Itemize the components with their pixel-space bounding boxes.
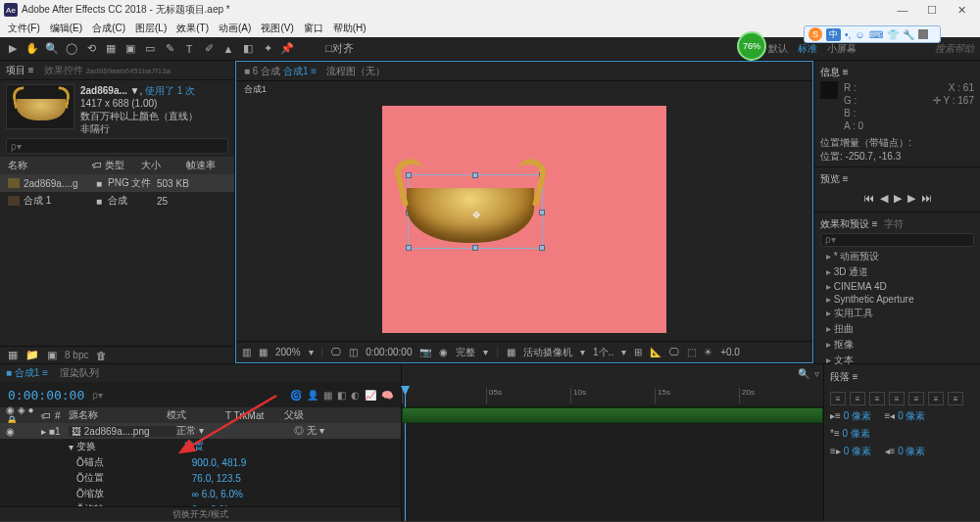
shy-icon[interactable]: 👤 [307,390,318,401]
tab-flowchart[interactable]: 流程图（无） [326,65,385,78]
pan-behind-icon[interactable]: ▣ [123,42,137,56]
menu-help[interactable]: 帮助(H) [329,22,370,35]
layout-small[interactable]: 小屏幕 [827,42,857,56]
timeline-search[interactable]: ρ▾ [92,390,103,401]
handle-icon[interactable] [472,172,478,178]
viewport[interactable]: ✥ [236,97,812,341]
transform-group[interactable]: ▾ 变换 重置 [0,439,401,454]
zoom-in-icon[interactable]: 🔍 [798,368,809,379]
safe-icon[interactable]: 🖵 [669,347,679,357]
pen-tool-icon[interactable]: ✎ [163,42,176,56]
tab-effect-controls[interactable]: 效果控件 2ad869aeb6451ba7f13a [44,64,172,77]
zoom-tool-icon[interactable]: 🔍 [45,42,59,56]
col-fps[interactable]: 帧速率 [186,159,216,172]
selection-tool-icon[interactable]: ▶ [6,42,20,56]
camera-tool-icon[interactable]: ▦ [104,42,118,56]
timeline-tracks[interactable]: 🔍 ▿ 05s 10s 15s 20s [402,364,823,522]
brush-tool-icon[interactable]: ✐ [202,42,216,56]
play-icon[interactable]: ▶ [894,192,902,205]
trash-icon[interactable]: 🗑 [94,349,108,362]
layer-track[interactable] [402,407,823,423]
show-snapshot-icon[interactable]: ◉ [439,347,448,357]
minimize-button[interactable]: — [888,4,917,16]
layout-default[interactable]: 默认 [768,42,788,56]
prev-frame-icon[interactable]: ◀ [880,192,888,205]
roto-tool-icon[interactable]: ✦ [261,42,274,56]
effect-category[interactable]: 实用工具 [826,306,968,321]
ime-min-icon[interactable] [918,29,928,39]
zoom-dropdown[interactable]: 200% [275,347,301,357]
view-layout-icon[interactable]: ▦ [507,347,515,357]
ime-toolbar[interactable]: S 中 •, ☺ ⌨ 👕 🔧 [804,25,941,43]
frame-blend-icon[interactable]: ◧ [337,390,346,401]
menu-window[interactable]: 窗口 [300,22,327,35]
type-tool-icon[interactable]: T [182,42,196,56]
camera-dropdown[interactable]: 活动摄像机 [523,346,572,359]
tab-preview[interactable]: 预览 ≡ [820,172,849,186]
brain-icon[interactable]: 🧠 [381,390,393,401]
channel-icon[interactable]: ◫ [349,347,358,357]
bpc-toggle[interactable]: 8 bpc [65,350,88,360]
align-left-icon[interactable]: ≡ [830,392,846,405]
quality-dropdown[interactable]: 完整 [456,346,475,359]
project-item[interactable]: 2ad869a....g ■ PNG 文件 503 KB [0,174,234,192]
comp-breadcrumb[interactable]: 合成1 [244,83,267,96]
comp-marker-icon[interactable]: ▿ [814,368,819,379]
time-display[interactable]: 0:00:00:00 [366,347,412,357]
ime-emoji-icon[interactable]: ☺ [855,29,864,40]
tab-layer-controls[interactable]: ■ 6 合成 合成1 ≡ [244,65,317,78]
rotate-tool-icon[interactable]: ⟲ [84,42,98,56]
justify-all-icon[interactable]: ≡ [948,392,963,405]
draft3d-icon[interactable]: ▦ [323,390,332,401]
effects-search-input[interactable]: ρ▾ [820,233,974,247]
tab-paragraph[interactable]: 段落 ≡ [830,368,974,390]
exposure-icon[interactable]: ☀ [704,347,712,357]
effect-category[interactable]: 扭曲 [826,321,968,337]
3d-icon[interactable]: ⬚ [687,347,696,357]
align-right-icon[interactable]: ≡ [869,392,885,405]
effect-category[interactable]: Synthetic Aperture [826,293,968,306]
layout-standard[interactable]: 标准 [798,42,817,56]
effect-category[interactable]: 3D 通道 [826,264,968,280]
justify-right-icon[interactable]: ≡ [928,392,944,405]
prop-position[interactable]: Ŏ 位置76.0, 123.5 [0,470,401,486]
playhead[interactable] [405,386,406,522]
menu-view[interactable]: 视图(V) [257,22,297,35]
menu-effect[interactable]: 效果(T) [172,22,213,35]
col-type[interactable]: 类型 [105,159,124,172]
tab-render-queue[interactable]: 渲染队列 [60,366,99,380]
tab-info[interactable]: 信息 ≡ [820,66,849,79]
next-frame-icon[interactable]: ▶ [907,192,915,205]
prop-scale[interactable]: Ŏ 缩放∞ 6.0, 6.0% [0,486,401,501]
comp-mini-icon[interactable]: 🌀 [290,390,302,401]
tab-character[interactable]: 字符 [884,217,904,231]
tab-timeline-comp[interactable]: ■ 合成1 ≡ [6,366,48,380]
justify-center-icon[interactable]: ≡ [908,392,924,405]
orbit-tool-icon[interactable]: ◯ [65,42,78,56]
first-frame-icon[interactable]: ⏮ [863,192,874,205]
hand-tool-icon[interactable]: ✋ [25,42,39,56]
new-folder-icon[interactable]: 📁 [25,349,39,362]
eraser-tool-icon[interactable]: ◧ [241,42,255,56]
views-dropdown[interactable]: 1个.. [593,346,613,359]
project-item[interactable]: 合成 1 ■ 合成 25 [0,192,234,210]
ime-keyboard-icon[interactable]: ⌨ [869,29,883,40]
handle-icon[interactable] [406,245,412,251]
menu-comp[interactable]: 合成(C) [88,22,129,35]
current-time[interactable]: 0:00:00:00 [8,388,84,403]
res-icon[interactable]: 🖵 [331,347,341,357]
ime-tool-icon[interactable]: 🔧 [903,29,914,40]
handle-icon[interactable] [539,245,545,251]
toggle-switches[interactable]: 切换开关/模式 [0,506,401,522]
graph-icon[interactable]: 📈 [365,390,376,401]
handle-icon[interactable] [472,245,478,251]
effect-category[interactable]: * 动画预设 [826,249,968,264]
interpret-icon[interactable]: ▦ [6,349,20,362]
clone-tool-icon[interactable]: ▲ [221,42,235,56]
menu-layer[interactable]: 图层(L) [131,22,171,35]
puppet-tool-icon[interactable]: 📌 [280,42,294,56]
grid-toggle-icon[interactable]: ▦ [259,347,268,357]
ime-skin-icon[interactable]: 👕 [887,29,899,40]
handle-icon[interactable] [539,210,545,215]
prop-anchor[interactable]: Ŏ 锚点900.0, 481.9 [0,454,401,470]
